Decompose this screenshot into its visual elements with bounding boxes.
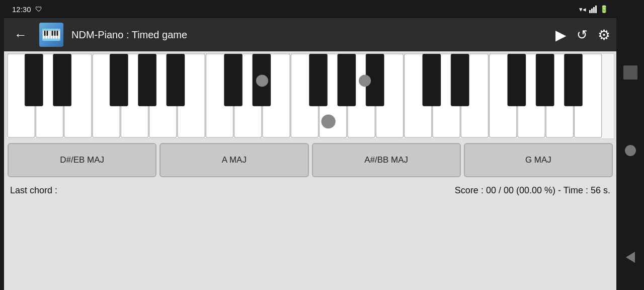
chord-button-1[interactable]: D#/EB MAJ [8,143,156,177]
svg-rect-35 [53,54,71,106]
shield-icon: 🛡 [35,5,42,13]
status-bar-left: 12:30 🛡 [12,5,42,14]
chord-button-2[interactable]: A MAJ [159,143,308,177]
svg-rect-10 [52,31,53,36]
piano-keyboard-svg[interactable]: .wk { fill: white; stroke: #999; stroke-… [7,54,614,138]
signal-icon [589,6,597,13]
piano-dot-1 [256,75,268,87]
battery-icon: 🔋 [600,5,608,13]
svg-rect-44 [423,54,441,106]
sidebar-arrow-icon [626,252,635,263]
refresh-button[interactable]: ↺ [577,27,588,43]
svg-rect-12 [57,31,58,36]
wifi-icon: ▾◂ [579,6,586,13]
svg-rect-46 [508,54,526,106]
sidebar-circle-icon [625,145,636,156]
time-display: 12:30 [12,5,31,14]
svg-rect-9 [47,31,48,36]
status-bar-right: ▾◂ 🔋 [579,5,608,13]
sidebar-rect-icon [623,65,637,80]
left-sidebar [0,0,4,290]
svg-rect-47 [536,54,554,106]
status-bar: 12:30 🛡 ▾◂ 🔋 [4,0,616,18]
svg-rect-48 [564,54,582,106]
right-sidebar [616,0,644,290]
svg-rect-11 [54,31,56,36]
svg-rect-39 [224,54,243,106]
toolbar-actions: ▶ ↺ ⚙ [555,27,610,43]
toolbar: ← NDM-Piano : Timed gam [4,18,616,51]
svg-rect-41 [309,54,327,106]
chord-button-3[interactable]: A#/BB MAJ [312,143,461,177]
app-icon [39,23,63,47]
svg-rect-45 [451,54,469,106]
piano-dot-2 [359,75,371,87]
piano-container: .wk { fill: white; stroke: #999; stroke-… [6,53,614,139]
svg-rect-38 [167,54,185,106]
bottom-status: Last chord : Score : 00 / 00 (00.00 %) -… [4,181,616,200]
settings-button[interactable]: ⚙ [598,27,610,43]
main-content: 12:30 🛡 ▾◂ 🔋 ← [4,0,616,290]
chord-buttons: D#/EB MAJ A MAJ A#/BB MAJ G MAJ [6,143,614,177]
back-button[interactable]: ← [10,25,31,45]
svg-rect-42 [338,54,356,106]
piano-dot-3 [321,115,336,129]
svg-rect-8 [44,31,46,36]
svg-rect-36 [110,54,128,106]
play-button[interactable]: ▶ [555,27,567,43]
last-chord-label: Last chord : [10,185,57,196]
score-time-display: Score : 00 / 00 (00.00 %) - Time : 56 s. [455,185,610,196]
svg-rect-3 [48,31,50,39]
svg-rect-37 [138,54,156,106]
svg-rect-34 [25,54,43,106]
chord-button-4[interactable]: G MAJ [464,143,613,177]
toolbar-title: NDM-Piano : Timed game [71,29,547,41]
svg-rect-7 [58,31,60,39]
